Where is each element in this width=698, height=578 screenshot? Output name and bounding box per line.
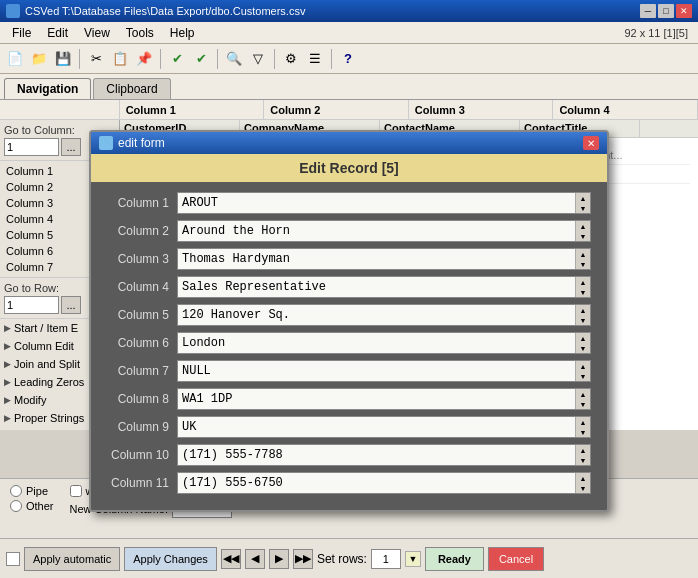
form-row-3: Column 3 ▲ ▼	[107, 248, 591, 270]
col-header-4: Column 4	[553, 100, 698, 119]
toolbar-copy[interactable]: 📋	[109, 48, 131, 70]
menu-edit[interactable]: Edit	[39, 24, 76, 42]
nav-section-start-label: Start / Item E	[14, 322, 78, 334]
spin-down-2[interactable]: ▼	[576, 231, 590, 241]
app-icon	[6, 4, 20, 18]
modal-close-button[interactable]: ✕	[583, 136, 599, 150]
form-input-9[interactable]	[178, 417, 575, 437]
spin-down-4[interactable]: ▼	[576, 287, 590, 297]
menu-file[interactable]: File	[4, 24, 39, 42]
form-input-11[interactable]	[178, 473, 575, 493]
nav-next-button[interactable]: ▶	[269, 549, 289, 569]
toolbar-open[interactable]: 📁	[28, 48, 50, 70]
menu-help[interactable]: Help	[162, 24, 203, 42]
apply-automatic-button[interactable]: Apply automatic	[24, 547, 120, 571]
toolbar-settings[interactable]: ⚙	[280, 48, 302, 70]
maximize-button[interactable]: □	[658, 4, 674, 18]
apply-auto-checkbox[interactable]	[6, 552, 20, 566]
menu-bar: File Edit View Tools Help 92 x 11 [1][5]	[0, 22, 698, 44]
nav-last-button[interactable]: ▶▶	[293, 549, 313, 569]
toolbar-cut[interactable]: ✂	[85, 48, 107, 70]
toolbar-filter[interactable]: ▽	[247, 48, 269, 70]
form-input-3[interactable]	[178, 249, 575, 269]
col-header-1: Column 1	[120, 100, 265, 119]
spin-up-5[interactable]: ▲	[576, 305, 590, 315]
cancel-button[interactable]: Cancel	[488, 547, 544, 571]
form-label-8: Column 8	[107, 392, 177, 406]
go-to-row-button[interactable]: ...	[61, 296, 81, 314]
spin-down-9[interactable]: ▼	[576, 427, 590, 437]
form-spin-4: ▲ ▼	[575, 277, 590, 297]
grid-size-info: 92 x 11 [1][5]	[624, 27, 694, 39]
form-input-8[interactable]	[178, 389, 575, 409]
pipe-label: Pipe	[26, 485, 48, 497]
toolbar-help[interactable]: ?	[337, 48, 359, 70]
spin-up-10[interactable]: ▲	[576, 445, 590, 455]
form-label-4: Column 4	[107, 280, 177, 294]
form-input-1[interactable]	[178, 193, 575, 213]
other-radio[interactable]	[10, 500, 22, 512]
form-row-10: Column 10 ▲ ▼	[107, 444, 591, 466]
spin-up-11[interactable]: ▲	[576, 473, 590, 483]
form-input-6[interactable]	[178, 333, 575, 353]
form-row-8: Column 8 ▲ ▼	[107, 388, 591, 410]
ready-button[interactable]: Ready	[425, 547, 484, 571]
toolbar-check2[interactable]: ✔	[190, 48, 212, 70]
toolbar-paste[interactable]: 📌	[133, 48, 155, 70]
spin-down-10[interactable]: ▼	[576, 455, 590, 465]
toolbar-sep-4	[274, 49, 275, 69]
number-prefix-checkbox[interactable]	[70, 485, 82, 497]
set-rows-spin[interactable]: ▼	[405, 551, 421, 567]
toolbar-save[interactable]: 💾	[52, 48, 74, 70]
spin-up-6[interactable]: ▲	[576, 333, 590, 343]
toolbar-sep-1	[79, 49, 80, 69]
apply-changes-button[interactable]: Apply Changes	[124, 547, 217, 571]
form-input-10[interactable]	[178, 445, 575, 465]
form-row-5: Column 5 ▲ ▼	[107, 304, 591, 326]
spin-down-3[interactable]: ▼	[576, 259, 590, 269]
nav-prev-button[interactable]: ◀	[245, 549, 265, 569]
form-input-7[interactable]	[178, 361, 575, 381]
spin-down-5[interactable]: ▼	[576, 315, 590, 325]
go-to-column-button[interactable]: ...	[61, 138, 81, 156]
pipe-radio[interactable]	[10, 485, 22, 497]
close-window-button[interactable]: ✕	[676, 4, 692, 18]
spin-up-3[interactable]: ▲	[576, 249, 590, 259]
set-rows-input[interactable]	[371, 549, 401, 569]
minimize-button[interactable]: ─	[640, 4, 656, 18]
toolbar-check[interactable]: ✔	[166, 48, 188, 70]
toolbar-search[interactable]: 🔍	[223, 48, 245, 70]
spin-up-1[interactable]: ▲	[576, 193, 590, 203]
spin-down-6[interactable]: ▼	[576, 343, 590, 353]
nav-section-col-edit-label: Column Edit	[14, 340, 74, 352]
toolbar-new[interactable]: 📄	[4, 48, 26, 70]
form-input-2[interactable]	[178, 221, 575, 241]
spin-up-9[interactable]: ▲	[576, 417, 590, 427]
spin-down-11[interactable]: ▼	[576, 483, 590, 493]
form-spin-7: ▲ ▼	[575, 361, 590, 381]
spin-up-2[interactable]: ▲	[576, 221, 590, 231]
toolbar-list[interactable]: ☰	[304, 48, 326, 70]
spin-down-8[interactable]: ▼	[576, 399, 590, 409]
other-label: Other	[26, 500, 54, 512]
menu-tools[interactable]: Tools	[118, 24, 162, 42]
go-to-column-input[interactable]	[4, 138, 59, 156]
spin-up-7[interactable]: ▲	[576, 361, 590, 371]
form-input-wrap-4: ▲ ▼	[177, 276, 591, 298]
spin-down-1[interactable]: ▼	[576, 203, 590, 213]
tab-navigation[interactable]: Navigation	[4, 78, 91, 99]
spin-up-8[interactable]: ▲	[576, 389, 590, 399]
spin-up-4[interactable]: ▲	[576, 277, 590, 287]
form-input-5[interactable]	[178, 305, 575, 325]
nav-first-button[interactable]: ◀◀	[221, 549, 241, 569]
tab-clipboard[interactable]: Clipboard	[93, 78, 170, 99]
nav-section-modify-label: Modify	[14, 394, 46, 406]
go-to-row-input[interactable]	[4, 296, 59, 314]
form-spin-6: ▲ ▼	[575, 333, 590, 353]
menu-view[interactable]: View	[76, 24, 118, 42]
form-spin-1: ▲ ▼	[575, 193, 590, 213]
nav-section-filter-dup-label: Filter and Dup	[14, 430, 83, 431]
form-input-4[interactable]	[178, 277, 575, 297]
spin-down-7[interactable]: ▼	[576, 371, 590, 381]
column-headers-bar: Column 1 Column 2 Column 3 Column 4	[0, 100, 698, 120]
